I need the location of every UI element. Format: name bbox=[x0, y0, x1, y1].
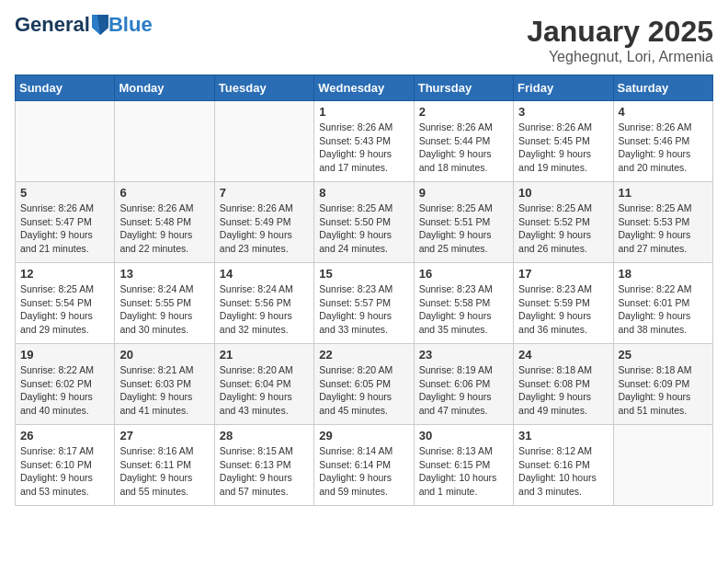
day-number: 19 bbox=[20, 348, 109, 362]
calendar-cell: 29Sunrise: 8:14 AMSunset: 6:14 PMDayligh… bbox=[314, 425, 414, 506]
header-thursday: Thursday bbox=[414, 75, 513, 101]
day-number: 26 bbox=[20, 429, 109, 442]
calendar-cell: 23Sunrise: 8:19 AMSunset: 6:06 PMDayligh… bbox=[414, 344, 513, 425]
calendar-cell: 6Sunrise: 8:26 AMSunset: 5:48 PMDaylight… bbox=[115, 182, 214, 263]
calendar-cell bbox=[115, 101, 214, 182]
day-number: 11 bbox=[619, 186, 708, 200]
calendar-cell: 13Sunrise: 8:24 AMSunset: 5:55 PMDayligh… bbox=[115, 263, 214, 344]
day-number: 23 bbox=[419, 348, 508, 362]
day-number: 7 bbox=[220, 186, 309, 200]
day-detail: Sunrise: 8:23 AMSunset: 5:59 PMDaylight:… bbox=[518, 282, 608, 337]
logo-icon bbox=[92, 15, 108, 35]
calendar-cell: 31Sunrise: 8:12 AMSunset: 6:16 PMDayligh… bbox=[514, 425, 613, 506]
day-number: 27 bbox=[119, 429, 209, 442]
calendar-cell: 30Sunrise: 8:13 AMSunset: 6:15 PMDayligh… bbox=[414, 425, 513, 506]
day-number: 6 bbox=[119, 186, 209, 200]
day-detail: Sunrise: 8:16 AMSunset: 6:11 PMDaylight:… bbox=[119, 444, 209, 499]
calendar-cell: 26Sunrise: 8:17 AMSunset: 6:10 PMDayligh… bbox=[16, 425, 115, 506]
header-saturday: Saturday bbox=[613, 75, 712, 101]
calendar-week-row: 19Sunrise: 8:22 AMSunset: 6:02 PMDayligh… bbox=[16, 344, 713, 425]
calendar-cell: 27Sunrise: 8:16 AMSunset: 6:11 PMDayligh… bbox=[115, 425, 214, 506]
day-number: 13 bbox=[119, 267, 209, 281]
day-detail: Sunrise: 8:25 AMSunset: 5:52 PMDaylight:… bbox=[518, 201, 608, 256]
calendar-cell: 17Sunrise: 8:23 AMSunset: 5:59 PMDayligh… bbox=[514, 263, 613, 344]
day-detail: Sunrise: 8:25 AMSunset: 5:50 PMDaylight:… bbox=[319, 201, 408, 256]
day-detail: Sunrise: 8:19 AMSunset: 6:06 PMDaylight:… bbox=[419, 363, 508, 418]
title-block: January 2025 Yeghegnut, Lori, Armenia bbox=[527, 15, 713, 65]
day-detail: Sunrise: 8:22 AMSunset: 6:02 PMDaylight:… bbox=[20, 363, 109, 418]
day-detail: Sunrise: 8:25 AMSunset: 5:51 PMDaylight:… bbox=[419, 201, 508, 256]
calendar-week-row: 1Sunrise: 8:26 AMSunset: 5:43 PMDaylight… bbox=[16, 101, 713, 182]
day-detail: Sunrise: 8:23 AMSunset: 5:57 PMDaylight:… bbox=[319, 282, 408, 337]
day-detail: Sunrise: 8:26 AMSunset: 5:45 PMDaylight:… bbox=[518, 121, 608, 175]
calendar-cell: 12Sunrise: 8:25 AMSunset: 5:54 PMDayligh… bbox=[16, 263, 115, 344]
calendar-cell: 2Sunrise: 8:26 AMSunset: 5:44 PMDaylight… bbox=[414, 101, 513, 182]
calendar-cell bbox=[613, 425, 712, 506]
day-detail: Sunrise: 8:26 AMSunset: 5:46 PMDaylight:… bbox=[619, 121, 708, 175]
calendar-header-row: SundayMondayTuesdayWednesdayThursdayFrid… bbox=[16, 75, 713, 101]
day-number: 2 bbox=[419, 105, 508, 119]
day-detail: Sunrise: 8:25 AMSunset: 5:53 PMDaylight:… bbox=[619, 201, 708, 256]
header-tuesday: Tuesday bbox=[214, 75, 313, 101]
day-detail: Sunrise: 8:15 AMSunset: 6:13 PMDaylight:… bbox=[220, 444, 309, 499]
calendar-week-row: 12Sunrise: 8:25 AMSunset: 5:54 PMDayligh… bbox=[16, 263, 713, 344]
day-detail: Sunrise: 8:20 AMSunset: 6:05 PMDaylight:… bbox=[319, 363, 408, 418]
day-number: 9 bbox=[419, 186, 508, 200]
calendar-cell bbox=[214, 101, 313, 182]
day-number: 18 bbox=[619, 267, 708, 281]
day-number: 15 bbox=[319, 267, 408, 281]
day-number: 4 bbox=[619, 105, 708, 119]
day-detail: Sunrise: 8:26 AMSunset: 5:47 PMDaylight:… bbox=[20, 201, 109, 256]
calendar-cell: 4Sunrise: 8:26 AMSunset: 5:46 PMDaylight… bbox=[613, 101, 712, 182]
day-detail: Sunrise: 8:26 AMSunset: 5:49 PMDaylight:… bbox=[220, 201, 309, 256]
header-wednesday: Wednesday bbox=[314, 75, 414, 101]
day-detail: Sunrise: 8:18 AMSunset: 6:09 PMDaylight:… bbox=[619, 363, 708, 418]
day-number: 16 bbox=[419, 267, 508, 281]
calendar-cell: 19Sunrise: 8:22 AMSunset: 6:02 PMDayligh… bbox=[16, 344, 115, 425]
page-header: General Blue January 2025 Yeghegnut, Lor… bbox=[15, 15, 713, 65]
day-detail: Sunrise: 8:14 AMSunset: 6:14 PMDaylight:… bbox=[319, 444, 408, 499]
calendar-cell: 22Sunrise: 8:20 AMSunset: 6:05 PMDayligh… bbox=[314, 344, 414, 425]
day-number: 8 bbox=[319, 186, 408, 200]
day-number: 1 bbox=[319, 105, 408, 119]
day-number: 17 bbox=[518, 267, 608, 281]
day-number: 20 bbox=[119, 348, 209, 362]
calendar-week-row: 26Sunrise: 8:17 AMSunset: 6:10 PMDayligh… bbox=[16, 425, 713, 506]
day-detail: Sunrise: 8:26 AMSunset: 5:43 PMDaylight:… bbox=[319, 121, 408, 175]
day-number: 5 bbox=[20, 186, 109, 200]
calendar-cell: 25Sunrise: 8:18 AMSunset: 6:09 PMDayligh… bbox=[613, 344, 712, 425]
day-number: 21 bbox=[220, 348, 309, 362]
day-number: 30 bbox=[419, 429, 508, 442]
day-number: 14 bbox=[220, 267, 309, 281]
calendar-cell: 7Sunrise: 8:26 AMSunset: 5:49 PMDaylight… bbox=[214, 182, 313, 263]
day-detail: Sunrise: 8:26 AMSunset: 5:48 PMDaylight:… bbox=[119, 201, 209, 256]
calendar-cell: 1Sunrise: 8:26 AMSunset: 5:43 PMDaylight… bbox=[314, 101, 414, 182]
calendar-cell: 21Sunrise: 8:20 AMSunset: 6:04 PMDayligh… bbox=[214, 344, 313, 425]
day-detail: Sunrise: 8:24 AMSunset: 5:56 PMDaylight:… bbox=[220, 282, 309, 337]
day-number: 31 bbox=[518, 429, 608, 442]
calendar-cell: 9Sunrise: 8:25 AMSunset: 5:51 PMDaylight… bbox=[414, 182, 513, 263]
day-detail: Sunrise: 8:23 AMSunset: 5:58 PMDaylight:… bbox=[419, 282, 508, 337]
day-number: 10 bbox=[518, 186, 608, 200]
calendar-cell bbox=[16, 101, 115, 182]
calendar-cell: 5Sunrise: 8:26 AMSunset: 5:47 PMDaylight… bbox=[16, 182, 115, 263]
calendar-table: SundayMondayTuesdayWednesdayThursdayFrid… bbox=[15, 75, 713, 506]
day-detail: Sunrise: 8:12 AMSunset: 6:16 PMDaylight:… bbox=[518, 444, 608, 499]
day-detail: Sunrise: 8:13 AMSunset: 6:15 PMDaylight:… bbox=[419, 444, 508, 499]
month-title: January 2025 bbox=[527, 15, 713, 49]
day-number: 22 bbox=[319, 348, 408, 362]
day-detail: Sunrise: 8:25 AMSunset: 5:54 PMDaylight:… bbox=[20, 282, 109, 337]
calendar-cell: 18Sunrise: 8:22 AMSunset: 6:01 PMDayligh… bbox=[613, 263, 712, 344]
calendar-cell: 11Sunrise: 8:25 AMSunset: 5:53 PMDayligh… bbox=[613, 182, 712, 263]
day-detail: Sunrise: 8:20 AMSunset: 6:04 PMDaylight:… bbox=[220, 363, 309, 418]
day-number: 28 bbox=[220, 429, 309, 442]
calendar-cell: 10Sunrise: 8:25 AMSunset: 5:52 PMDayligh… bbox=[514, 182, 613, 263]
day-number: 3 bbox=[518, 105, 608, 119]
calendar-cell: 20Sunrise: 8:21 AMSunset: 6:03 PMDayligh… bbox=[115, 344, 214, 425]
calendar-cell: 16Sunrise: 8:23 AMSunset: 5:58 PMDayligh… bbox=[414, 263, 513, 344]
calendar-week-row: 5Sunrise: 8:26 AMSunset: 5:47 PMDaylight… bbox=[16, 182, 713, 263]
header-monday: Monday bbox=[115, 75, 214, 101]
day-number: 25 bbox=[619, 348, 708, 362]
day-detail: Sunrise: 8:18 AMSunset: 6:08 PMDaylight:… bbox=[518, 363, 608, 418]
location-subtitle: Yeghegnut, Lori, Armenia bbox=[527, 49, 713, 65]
